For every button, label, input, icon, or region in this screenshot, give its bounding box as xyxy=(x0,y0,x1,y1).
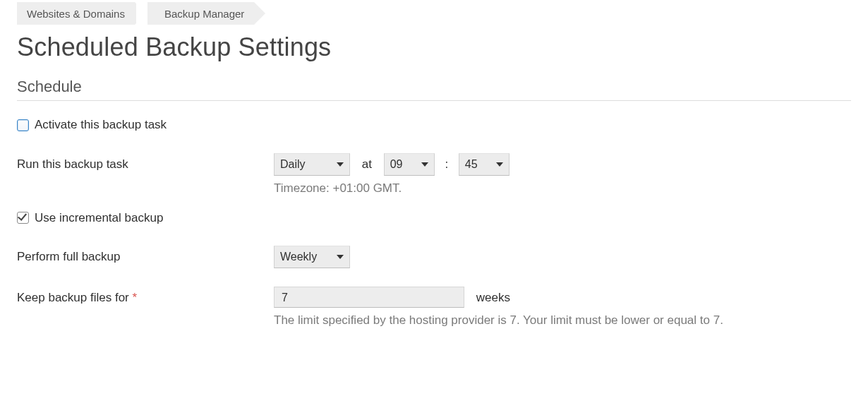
breadcrumb-item-websites-domains[interactable]: Websites & Domains xyxy=(17,2,135,25)
chevron-down-icon xyxy=(337,162,344,167)
breadcrumb-item-backup-manager[interactable]: Backup Manager xyxy=(147,2,254,25)
run-hour-select[interactable]: 09 xyxy=(384,153,435,176)
run-minute-value: 45 xyxy=(465,158,478,171)
checkbox-checked-icon xyxy=(17,212,29,224)
run-frequency-value: Daily xyxy=(280,158,306,171)
checkbox-icon xyxy=(17,119,29,131)
chevron-down-icon xyxy=(421,162,428,167)
full-backup-label: Perform full backup xyxy=(17,250,274,264)
keep-duration-input[interactable]: 7 xyxy=(274,287,464,308)
time-colon: : xyxy=(445,157,448,171)
chevron-down-icon xyxy=(496,162,503,167)
timezone-hint: Timezone: +01:00 GMT. xyxy=(274,181,851,196)
keep-duration-unit: weeks xyxy=(476,291,510,304)
run-frequency-select[interactable]: Daily xyxy=(274,153,350,176)
keep-limit-hint: The limit specified by the hosting provi… xyxy=(274,313,851,328)
run-hour-value: 09 xyxy=(390,158,403,171)
incremental-backup-label: Use incremental backup xyxy=(35,211,163,225)
required-asterisk: * xyxy=(132,291,137,304)
activate-backup-checkbox[interactable]: Activate this backup task xyxy=(17,118,167,132)
page-title: Scheduled Backup Settings xyxy=(17,32,851,62)
breadcrumb-item-label: Backup Manager xyxy=(164,8,244,20)
section-heading-schedule: Schedule xyxy=(17,78,851,101)
full-backup-value: Weekly xyxy=(280,251,317,263)
keep-files-label: Keep backup files for * xyxy=(17,291,274,305)
run-minute-select[interactable]: 45 xyxy=(459,153,510,176)
full-backup-select[interactable]: Weekly xyxy=(274,246,350,268)
chevron-down-icon xyxy=(337,255,344,259)
incremental-backup-checkbox[interactable]: Use incremental backup xyxy=(17,211,163,225)
breadcrumb-item-label: Websites & Domains xyxy=(27,8,125,20)
activate-backup-label: Activate this backup task xyxy=(35,118,167,132)
at-label: at xyxy=(362,157,372,171)
breadcrumb: Websites & Domains Backup Manager xyxy=(17,1,851,25)
keep-files-label-text: Keep backup files for xyxy=(17,291,132,304)
run-backup-label: Run this backup task xyxy=(17,157,274,172)
